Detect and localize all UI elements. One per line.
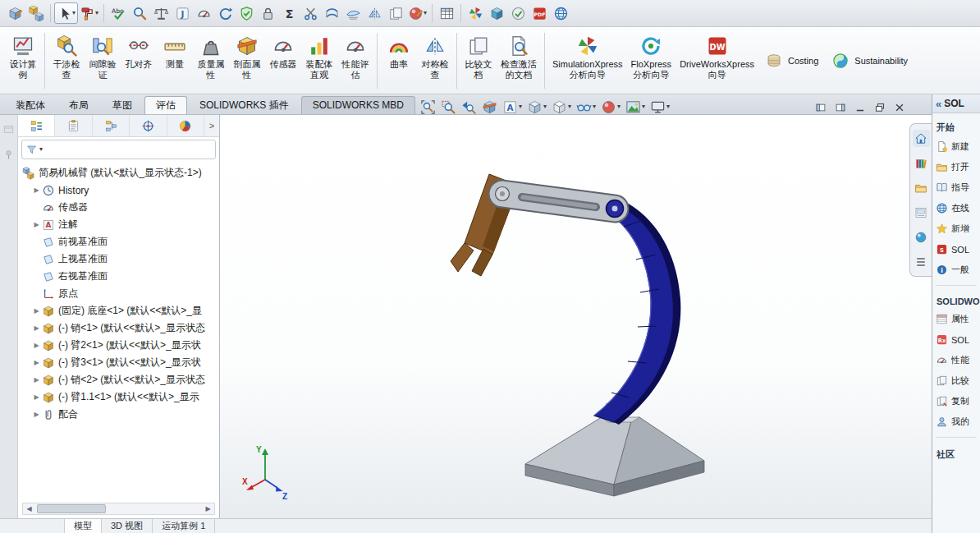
tree-item-top-plane[interactable]: 上视基准面 xyxy=(18,250,219,268)
expand-arrow-icon[interactable]: ▶ xyxy=(32,411,41,418)
scrollbar-track[interactable] xyxy=(35,503,202,514)
shield-check-button[interactable] xyxy=(236,2,257,24)
ribbon-driveworksxpress-button[interactable]: DW DriveWorksXpress 向导 xyxy=(675,30,758,92)
edit-appearance-button[interactable]: ▾ xyxy=(601,99,621,115)
detach-panel-button[interactable] xyxy=(2,123,15,136)
section-view-button[interactable] xyxy=(482,99,497,115)
ribbon-compare-documents-button[interactable]: 比较文 档 xyxy=(460,30,497,92)
filter-funnel-icon[interactable] xyxy=(25,144,38,156)
expand-arrow-icon[interactable]: ▶ xyxy=(32,324,41,332)
dropdown-caret-icon[interactable]: ▾ xyxy=(593,103,596,110)
tree-item-arm-1-1[interactable]: ▶ (-) 臂1.1<1> (默认<<默认>_显示 xyxy=(18,388,219,406)
tree-item-root[interactable]: 简易机械臂 (默认<默认_显示状态-1>) xyxy=(18,164,219,181)
taskpane-item-new[interactable]: 新建 xyxy=(932,136,980,157)
tree-item-front-plane[interactable]: 前视基准面 xyxy=(18,233,219,250)
ribbon-performance-evaluation-button[interactable]: 性能评 估 xyxy=(337,30,373,92)
previous-view-button[interactable] xyxy=(461,99,477,115)
ribbon-mass-properties-button[interactable]: 质量属 性 xyxy=(193,30,229,92)
ribbon-assembly-visualization-button[interactable]: 装配体 直观 xyxy=(301,30,337,92)
ribbon-hole-alignment-button[interactable]: 孔对齐 xyxy=(121,30,157,92)
tab-layout[interactable]: 布局 xyxy=(57,96,100,114)
bottom-tab-motion-study[interactable]: 运动算例 1 xyxy=(152,519,215,533)
propertymanager-tab[interactable] xyxy=(55,115,92,136)
bottom-tab-3d-views[interactable]: 3D 视图 xyxy=(101,519,152,533)
tab-assembly[interactable]: 装配体 xyxy=(4,96,57,114)
edit-component-button[interactable] xyxy=(4,2,25,24)
ribbon-section-properties-button[interactable]: 剖面属 性 xyxy=(229,30,265,92)
design-table-button[interactable] xyxy=(436,2,457,24)
link-arm-component[interactable] xyxy=(496,187,624,218)
edit-appearance-pencil-button[interactable]: ▾ xyxy=(406,2,428,24)
airfoil-button[interactable] xyxy=(342,2,364,24)
expand-arrow-icon[interactable]: ▶ xyxy=(32,186,41,194)
tab-solidworks-addins[interactable]: SOLIDWORKS 插件 xyxy=(188,96,300,114)
taskpane-item-property-tab[interactable]: 属性 xyxy=(932,309,980,329)
motion-pinwheel-button[interactable] xyxy=(465,2,486,24)
loft-button[interactable] xyxy=(321,2,342,24)
taskpane-tab-custom-properties[interactable] xyxy=(913,253,930,270)
pdf-button[interactable]: PDF xyxy=(529,2,550,24)
mirror-button[interactable] xyxy=(364,2,385,24)
web-globe-button[interactable] xyxy=(550,2,571,24)
taskpane-item-compare[interactable]: 比较 xyxy=(932,370,980,391)
ribbon-interference-check-button[interactable]: 干涉检 查 xyxy=(48,30,85,92)
find-replace-magnifier-button[interactable] xyxy=(129,2,150,24)
expand-arrow-icon[interactable]: ▶ xyxy=(32,376,41,384)
restore-button[interactable] xyxy=(874,102,886,113)
view-settings-button[interactable]: ▾ xyxy=(650,99,670,115)
scrollbar-thumb[interactable] xyxy=(37,504,106,513)
dropdown-caret-icon[interactable]: ▾ xyxy=(568,103,571,110)
tab-solidworks-mbd[interactable]: SOLIDWORKS MBD xyxy=(301,96,415,114)
taskpane-item-performance[interactable]: 性能 xyxy=(932,350,980,370)
ribbon-sustainability-button[interactable]: Sustainability xyxy=(825,47,914,75)
ribbon-clearance-verify-button[interactable]: 间隙验 证 xyxy=(85,30,121,92)
expand-arrow-icon[interactable]: ▶ xyxy=(32,221,41,228)
taskpane-tab-view-palette[interactable] xyxy=(913,204,930,221)
taskpane-item-copy-settings[interactable]: 复制 xyxy=(932,391,980,411)
annotation-view-button[interactable]: A▾ xyxy=(502,99,522,115)
view-orientation-button[interactable]: ▾ xyxy=(527,99,547,115)
taskpane-item-solidworks[interactable]: S SOL xyxy=(932,239,980,260)
tree-item-right-plane[interactable]: 右视基准面 xyxy=(18,268,219,285)
make-assembly-button[interactable] xyxy=(25,2,47,24)
tree-item-base[interactable]: ▶ (固定) 底座<1> (默认<<默认>_显 xyxy=(18,302,219,319)
zoom-fit-button[interactable] xyxy=(420,99,436,115)
copy-doc-button[interactable] xyxy=(385,2,406,24)
select-cursor-button[interactable]: ▾ xyxy=(54,2,78,24)
taskpane-item-solidworks-rx[interactable]: Rx SOL xyxy=(932,329,980,350)
tree-horizontal-scrollbar[interactable]: ◀ ▶ xyxy=(22,503,215,515)
trim-scissors-button[interactable] xyxy=(300,2,321,24)
taskpane-item-open[interactable]: 打开 xyxy=(932,157,980,177)
dimxpert-tab[interactable] xyxy=(130,115,167,136)
taskpane-item-my-products[interactable]: 我的 xyxy=(932,411,980,432)
taskpane-tab-appearances[interactable] xyxy=(913,228,930,246)
apply-scene-button[interactable]: ▾ xyxy=(625,99,645,115)
ribbon-floxpress-button[interactable]: FloXpress 分析向导 xyxy=(627,30,676,92)
minimize-button[interactable] xyxy=(854,102,866,113)
ribbon-design-study-button[interactable]: 设计算 例 xyxy=(5,30,41,92)
tree-item-annotations[interactable]: ▶ A 注解 xyxy=(18,216,219,233)
taskpane-tab-file-explorer[interactable] xyxy=(913,179,930,196)
dropdown-caret-icon[interactable]: ▾ xyxy=(72,10,76,16)
bottom-tab-model[interactable]: 模型 xyxy=(64,519,101,533)
tab-sketch[interactable]: 草图 xyxy=(101,96,144,114)
tree-item-mates[interactable]: ▶ 配合 xyxy=(18,406,219,423)
measure-balance-button[interactable] xyxy=(150,2,172,24)
hide-show-items-button[interactable]: ▾ xyxy=(576,99,596,115)
filter-input[interactable] xyxy=(44,140,212,159)
tree-item-arm-3[interactable]: ▶ (-) 臂3<1> (默认<<默认>_显示状 xyxy=(18,354,219,371)
show-pane-right-button[interactable] xyxy=(835,102,846,113)
dropdown-caret-icon[interactable]: ▾ xyxy=(666,103,670,110)
taskpane-tab-resources[interactable] xyxy=(913,130,930,147)
dropdown-caret-icon[interactable]: ▾ xyxy=(95,10,98,16)
reload-button[interactable] xyxy=(214,2,236,24)
ribbon-check-active-document-button[interactable]: 检查激活 的文档 xyxy=(497,30,541,92)
show-pane-left-button[interactable] xyxy=(815,102,827,113)
display-style-button[interactable]: ▾ xyxy=(552,99,571,115)
fm-tabs-overflow-button[interactable]: > xyxy=(204,115,219,136)
ribbon-measure-button[interactable]: 测量 xyxy=(157,30,193,92)
format-painter-button[interactable]: ▾ xyxy=(78,2,100,24)
tree-item-sensors[interactable]: 传感器 xyxy=(18,199,219,216)
dropdown-caret-icon[interactable]: ▾ xyxy=(424,10,427,16)
curved-arm-component[interactable] xyxy=(594,203,680,425)
